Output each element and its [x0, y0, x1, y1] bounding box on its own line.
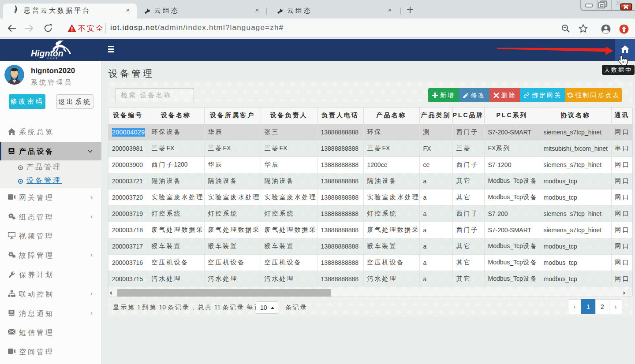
svg-text:华辰智通: 华辰智通 [47, 57, 58, 59]
